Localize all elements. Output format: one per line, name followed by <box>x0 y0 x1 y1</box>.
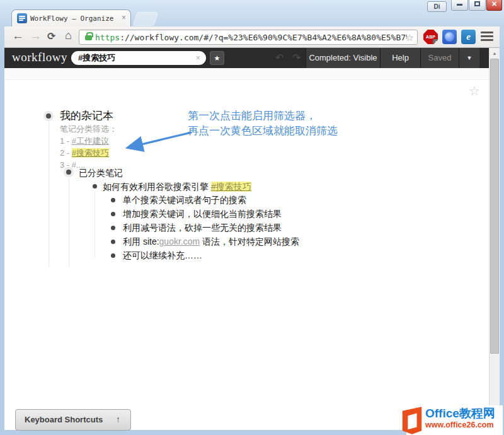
outline-leaf[interactable]: 增加搜索关键词，以便细化当前搜索结果 <box>123 209 282 220</box>
outline-leaf[interactable]: 还可以继续补充…… <box>123 250 202 262</box>
evernote-extension-icon[interactable]: e <box>461 30 476 44</box>
note-filter-2[interactable]: 2 - #搜索技巧 <box>60 147 117 159</box>
address-bar[interactable]: https://workflowy.com/#/?q=%23%E6%90%9C%… <box>79 30 418 45</box>
tag-work-advice[interactable]: #工作建议 <box>72 136 109 146</box>
search-clear-icon[interactable]: × <box>195 53 200 62</box>
abp-badge: 2 <box>433 39 440 46</box>
scrollbar-thumb[interactable] <box>490 59 499 354</box>
keyboard-shortcuts-label: Keyboard Shortcuts <box>25 415 103 424</box>
leaf-post: 语法，针对特定网站搜索 <box>200 236 299 246</box>
workflowy-logo: workflowy <box>12 50 67 64</box>
leaf-pre: 利用 site: <box>123 236 159 246</box>
completed-visible-button[interactable]: Completed: Visible <box>306 48 380 68</box>
note-line[interactable]: 笔记分类筛选： <box>60 123 117 135</box>
workflowy-toolbar: workflowy × ★ ↶ ↷ Completed: Visible Hel… <box>4 48 489 68</box>
watermark-url: www.office26.com <box>425 420 495 430</box>
outline-connector <box>94 192 95 258</box>
ssl-padlock-icon[interactable] <box>85 35 92 40</box>
scrollbar[interactable]: ▲ ▼ <box>489 48 500 430</box>
guokr-link[interactable]: guokr.com <box>159 236 200 246</box>
note-filter-1[interactable]: 1 - #工作建议 <box>60 135 117 147</box>
back-icon[interactable]: ← <box>12 29 24 43</box>
office-logo-icon <box>400 407 424 434</box>
undo-icon[interactable]: ↶ <box>275 52 284 64</box>
close-icon: ✕ <box>491 0 497 8</box>
forward-icon[interactable]: → <box>30 29 42 43</box>
maximize-icon <box>474 1 480 6</box>
url-rest: ://workflowy.com/#/?q=%23%E6%90%9C%E7%B4… <box>120 33 407 42</box>
outline-root-title[interactable]: 我的杂记本 <box>60 108 113 123</box>
outline-root-note[interactable]: 笔记分类筛选： 1 - #工作建议 2 - #搜索技巧 3 - #.... <box>60 123 117 171</box>
bullet-leaf[interactable] <box>111 198 115 202</box>
home-icon[interactable]: ⌂ <box>65 29 72 42</box>
filter-prefix: 2 - <box>60 148 72 158</box>
tab-title: WorkFlowy – Organize yo <box>30 14 113 23</box>
browser-nav-bar: ← → ⟳ ⌂ https://workflowy.com/#/?q=%23%E… <box>4 26 500 48</box>
search-input[interactable] <box>71 51 206 65</box>
tag-search-tips-active[interactable]: #搜索技巧 <box>72 148 109 158</box>
saved-status: Saved <box>420 48 459 68</box>
page-star-icon[interactable]: ☆ <box>469 83 480 98</box>
watermark-text: Office教程网 www.office26.com <box>425 406 495 430</box>
keyboard-shortcuts-button[interactable]: Keyboard Shortcuts ↑ <box>15 409 131 431</box>
help-button[interactable]: Help <box>380 48 420 68</box>
bullet-leaf[interactable] <box>111 212 115 216</box>
watermark: Office教程网 www.office26.com <box>406 405 503 435</box>
tab-close-icon[interactable]: × <box>122 13 126 22</box>
outline-section-title[interactable]: 已分类笔记 <box>79 168 123 179</box>
maximize-button[interactable] <box>469 0 486 11</box>
annotation-text: 第一次点击能启用筛选器， 再点一次黄色区域就能取消筛选 <box>188 108 338 139</box>
search-box[interactable]: × <box>71 51 206 65</box>
article-text[interactable]: 如何有效利用谷歌搜索引擎 <box>103 182 211 192</box>
bullet-leaf[interactable] <box>111 226 115 230</box>
starred-pages-button[interactable]: ★ <box>210 51 224 65</box>
outline-leaf-site[interactable]: 利用 site:guokr.com 语法，针对特定网站搜索 <box>123 236 299 248</box>
bullet-section[interactable] <box>64 167 74 177</box>
filter-prefix: 1 - <box>60 136 72 146</box>
reload-icon[interactable]: ⟳ <box>47 30 55 42</box>
tag-search-tips-inline[interactable]: #搜索技巧 <box>211 182 251 192</box>
blue-ball-extension-icon[interactable] <box>442 30 457 44</box>
outline-leaf[interactable]: 单个搜索关键词或者句子的搜索 <box>123 195 246 206</box>
minimize-button[interactable] <box>451 0 468 11</box>
url-scheme: https <box>95 33 120 42</box>
annotation-line2: 再点一次黄色区域就能取消筛选 <box>188 124 338 139</box>
workflowy-favicon-icon <box>17 13 27 23</box>
bullet-leaf[interactable] <box>111 253 115 258</box>
annotation-line1: 第一次点击能启用筛选器， <box>188 108 338 124</box>
di-tool-button[interactable]: Di <box>427 1 447 12</box>
abp-label: ABP <box>426 35 435 39</box>
redo-icon[interactable]: ↷ <box>292 52 301 64</box>
outline-connector <box>69 178 69 267</box>
bullet-root[interactable] <box>43 111 54 121</box>
browser-tab[interactable]: WorkFlowy – Organize yo × <box>11 9 131 26</box>
outline-connector <box>49 122 49 267</box>
browser-window: WorkFlowy – Organize yo × Di ✕ ← → ⟳ ⌂ h… <box>0 0 504 435</box>
arrow-up-icon: ↑ <box>116 414 120 424</box>
page-content: ☆ 我的杂记本 笔记分类筛选： 1 - #工作建议 2 - #搜索技巧 3 - … <box>4 68 489 430</box>
watermark-title: Office教程网 <box>425 406 495 420</box>
url-text[interactable]: https://workflowy.com/#/?q=%23%E6%90%9C%… <box>95 33 407 42</box>
content-header-band <box>4 68 489 80</box>
settings-dropdown-button[interactable]: ▼ <box>459 48 479 68</box>
annotation-arrow <box>121 127 200 157</box>
scroll-up-icon[interactable]: ▲ <box>490 48 500 59</box>
outline-article[interactable]: 如何有效利用谷歌搜索引擎 #搜索技巧 <box>103 182 251 193</box>
bullet-article[interactable] <box>93 184 97 188</box>
adblock-extension-icon[interactable]: ABP 2 <box>423 30 438 44</box>
bookmark-star-icon[interactable]: ☆ <box>406 32 414 44</box>
new-tab-button[interactable] <box>132 12 158 26</box>
outline-leaf[interactable]: 利用减号语法，砍掉一些无关的搜索结果 <box>123 223 282 234</box>
close-button[interactable]: ✕ <box>486 0 502 11</box>
chrome-menu-icon[interactable] <box>481 32 493 43</box>
minimize-icon <box>457 4 462 6</box>
bullet-leaf[interactable] <box>111 240 115 244</box>
